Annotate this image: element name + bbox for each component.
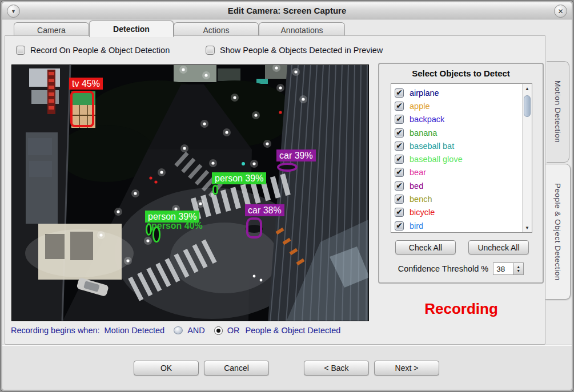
recording-rule-prefix: Recording begins when:	[11, 326, 100, 335]
detection-label-car-38: car 38%	[245, 204, 284, 216]
show-detected-label: Show People & Objects Detected in Previe…	[220, 46, 383, 55]
object-item[interactable]: ✔bench	[395, 192, 522, 205]
detection-box-person-left-1	[146, 223, 152, 236]
object-label: backpack	[410, 115, 444, 124]
and-radio-label: AND	[187, 326, 205, 335]
object-checkbox[interactable]: ✔	[395, 142, 404, 151]
show-detected-checkbox[interactable]	[206, 46, 215, 55]
confidence-threshold-field[interactable]: 38	[493, 262, 513, 275]
object-item[interactable]: ✔apple	[395, 99, 522, 112]
detection-box-person-left-2	[152, 227, 160, 243]
object-label: baseball glove	[410, 155, 463, 164]
camera-preview: tv 45% car 39% person 39% person 39% per…	[11, 64, 369, 321]
object-checkbox[interactable]: ✔	[395, 208, 404, 217]
objects-list-scrollbar[interactable]: ▲ ▼	[522, 84, 532, 232]
recording-rule-motion: Motion Detected	[105, 326, 165, 335]
select-objects-groupbox: Select Objects to Detect ✔airplane✔apple…	[378, 63, 544, 284]
object-checkbox[interactable]: ✔	[395, 195, 404, 204]
object-checkbox[interactable]: ✔	[395, 102, 404, 111]
scrollbar-thumb[interactable]	[524, 95, 531, 117]
object-item[interactable]: ✔bear	[395, 166, 522, 179]
recording-rule-row: Recording begins when: Motion Detected A…	[11, 326, 340, 335]
detection-box-car-38	[246, 217, 262, 239]
close-icon: ✕	[557, 7, 563, 15]
scroll-up-button[interactable]: ▲	[523, 84, 532, 93]
spinner-up-icon: ▲	[516, 265, 520, 269]
detection-label-car-39: car 39%	[276, 149, 316, 161]
arrow-up-icon: ▲	[525, 86, 529, 91]
object-checkbox[interactable]: ✔	[395, 115, 404, 124]
confidence-threshold-spinner[interactable]: ▲ ▼	[513, 262, 524, 275]
object-checkbox[interactable]: ✔	[395, 181, 404, 191]
arrow-down-icon: ▼	[525, 225, 529, 231]
objects-listbox: ✔airplane✔apple✔backpack✔banana✔baseball…	[391, 83, 532, 233]
object-label: airplane	[410, 88, 439, 98]
edit-camera-dialog: ▼ Edit Camera: Screen Capture ✕ Camera D…	[0, 0, 574, 392]
and-radio[interactable]	[174, 326, 183, 334]
objects-list-items: ✔airplane✔apple✔backpack✔banana✔baseball…	[391, 84, 522, 232]
object-label: bird	[410, 221, 423, 231]
confidence-threshold-label: Confidence Threshold %	[398, 264, 489, 273]
side-tab-motion-detection[interactable]: Motion Detection	[547, 61, 569, 163]
window-menu-button[interactable]: ▼	[7, 5, 20, 18]
object-checkbox[interactable]: ✔	[395, 128, 404, 138]
uncheck-all-button[interactable]: Uncheck All	[468, 240, 529, 254]
recording-status: Recording	[400, 300, 523, 318]
record-on-detection-label: Record On People & Object Detection	[30, 46, 170, 55]
object-item[interactable]: ✔banana	[395, 126, 522, 139]
detection-box-car-39	[277, 163, 298, 172]
object-label: bicycle	[410, 208, 435, 217]
detection-label-tv: tv 45%	[69, 78, 103, 90]
check-all-button[interactable]: Check All	[395, 240, 456, 254]
object-label: bear	[410, 168, 426, 177]
object-checkbox[interactable]: ✔	[395, 88, 404, 98]
scroll-down-button[interactable]: ▼	[523, 223, 532, 232]
or-radio-label: OR	[227, 326, 240, 335]
object-item[interactable]: ✔bicycle	[395, 206, 522, 219]
window-title: Edit Camera: Screen Capture	[228, 6, 347, 15]
footer-bar: OK Cancel < Back Next >	[2, 345, 572, 390]
title-bar: ▼ Edit Camera: Screen Capture ✕	[2, 2, 572, 19]
record-on-detection-option: Record On People & Object Detection	[16, 46, 170, 55]
object-item[interactable]: ✔airplane	[395, 86, 522, 99]
chevron-down-icon: ▼	[11, 9, 16, 14]
camera-scene-svg	[12, 65, 369, 321]
object-label: banana	[410, 128, 437, 138]
or-radio[interactable]	[214, 326, 223, 335]
detection-box-tv	[70, 91, 94, 127]
object-item[interactable]: ✔bed	[395, 179, 522, 192]
record-on-detection-checkbox[interactable]	[16, 46, 25, 55]
object-item[interactable]: ✔baseball glove	[395, 152, 522, 165]
spinner-down-icon: ▼	[516, 269, 520, 273]
back-button[interactable]: < Back	[304, 361, 369, 375]
cancel-button[interactable]: Cancel	[204, 361, 269, 375]
tab-bar: Camera Detection Actions Annotations	[14, 21, 345, 36]
object-label: bench	[410, 195, 432, 204]
select-objects-title: Select Objects to Detect	[379, 68, 543, 78]
object-item[interactable]: ✔baseball bat	[395, 139, 522, 152]
close-button[interactable]: ✕	[554, 5, 567, 18]
ok-button[interactable]: OK	[134, 361, 199, 375]
object-label: bed	[410, 181, 423, 191]
object-checkbox[interactable]: ✔	[395, 221, 404, 231]
object-label: apple	[410, 102, 430, 111]
detection-box-person-39-center	[212, 185, 218, 195]
detection-label-person-39-center: person 39%	[212, 172, 266, 184]
show-detected-option: Show People & Objects Detected in Previe…	[206, 46, 383, 55]
object-item[interactable]: ✔bird	[395, 219, 522, 232]
object-label: baseball bat	[410, 142, 454, 151]
side-tab-people-object-detection[interactable]: People & Object Detection	[545, 164, 571, 300]
recording-rule-people: People & Object Detected	[246, 326, 341, 335]
next-button[interactable]: Next >	[374, 361, 439, 375]
object-checkbox[interactable]: ✔	[395, 168, 404, 177]
tab-detection[interactable]: Detection	[89, 21, 174, 37]
object-item[interactable]: ✔backpack	[395, 113, 522, 126]
confidence-threshold-row: Confidence Threshold % 38 ▲ ▼	[379, 262, 543, 275]
object-checkbox[interactable]: ✔	[395, 155, 404, 164]
